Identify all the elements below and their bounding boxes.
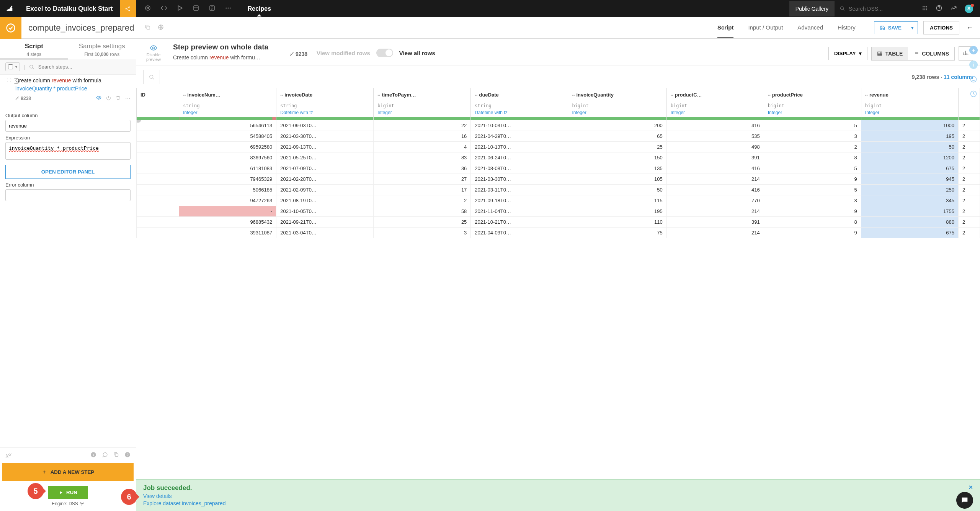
expression-textarea[interactable]: invoiceQuantity * productPrice bbox=[5, 142, 131, 160]
help-icon[interactable]: ? bbox=[124, 452, 131, 459]
global-search[interactable] bbox=[835, 6, 915, 12]
table-cell[interactable]: 54588405 bbox=[179, 131, 276, 142]
table-cell[interactable]: 3 bbox=[764, 195, 861, 206]
rail-info-icon[interactable]: i bbox=[969, 61, 978, 69]
activity-icon[interactable] bbox=[950, 5, 957, 13]
table-cell[interactable]: 214 bbox=[666, 228, 764, 238]
table-cell[interactable] bbox=[137, 228, 179, 238]
table-cell[interactable]: 2 bbox=[958, 163, 980, 174]
drag-handle-icon[interactable]: ⋮⋮ bbox=[5, 78, 11, 82]
table-cell[interactable] bbox=[137, 206, 179, 217]
table-cell[interactable]: 5 bbox=[764, 120, 861, 131]
chat-widget[interactable] bbox=[956, 492, 973, 509]
table-cell[interactable]: 2 bbox=[958, 142, 980, 152]
table-cell[interactable] bbox=[137, 163, 179, 174]
table-cell[interactable]: 50 bbox=[568, 185, 666, 195]
table-cell[interactable]: 3 bbox=[764, 131, 861, 142]
table-cell[interactable]: 5066185 bbox=[179, 185, 276, 195]
table-cell[interactable]: 135 bbox=[568, 163, 666, 174]
table-cell[interactable]: 25 bbox=[568, 142, 666, 152]
table-cell[interactable]: 69592580 bbox=[179, 142, 276, 152]
info-icon[interactable] bbox=[90, 452, 96, 459]
table-cell[interactable] bbox=[137, 152, 179, 163]
tab-history[interactable]: History bbox=[838, 18, 856, 38]
data-table-container[interactable]: ID▪▪invoiceNum…stringInteger▪▪invoiceDat… bbox=[136, 88, 980, 479]
tab-advanced[interactable]: Advanced bbox=[797, 18, 823, 38]
table-cell[interactable]: 2021-03-30T0… bbox=[471, 174, 568, 185]
disable-preview-button[interactable]: Disable preview bbox=[143, 43, 164, 62]
view-details-link[interactable]: View details bbox=[143, 492, 226, 499]
table-cell[interactable]: 2 bbox=[958, 217, 980, 228]
table-search-button[interactable] bbox=[143, 70, 160, 84]
column-header[interactable]: ▪▪productPricebigintInteger bbox=[764, 88, 861, 117]
table-cell[interactable]: 58 bbox=[374, 206, 471, 217]
table-cell[interactable]: 8 bbox=[764, 217, 861, 228]
share-button[interactable] bbox=[120, 0, 136, 17]
table-cell[interactable]: 250 bbox=[861, 185, 958, 195]
explore-dataset-link[interactable]: Explore dataset invoices_prepared bbox=[143, 499, 226, 506]
table-cell[interactable]: 770 bbox=[666, 195, 764, 206]
error-column-input[interactable] bbox=[5, 189, 131, 201]
column-header[interactable]: ▪▪revenuebigintInteger bbox=[861, 88, 958, 117]
table-cell[interactable]: 391 bbox=[666, 152, 764, 163]
table-cell[interactable]: 2 bbox=[958, 120, 980, 131]
table-cell[interactable]: 2 bbox=[764, 142, 861, 152]
wiki-icon[interactable] bbox=[209, 5, 216, 13]
column-header[interactable]: ID bbox=[137, 88, 179, 117]
column-header[interactable]: ▪▪invoiceQuantitybigintInteger bbox=[568, 88, 666, 117]
dataiku-logo[interactable] bbox=[0, 0, 19, 17]
table-cell[interactable]: 200 bbox=[568, 120, 666, 131]
columns-view-button[interactable]: COLUMNS bbox=[908, 47, 954, 60]
table-cell[interactable]: 9 bbox=[764, 228, 861, 238]
table-cell[interactable]: 2021-09-18T0… bbox=[471, 195, 568, 206]
table-cell[interactable]: 3 bbox=[374, 228, 471, 238]
table-cell[interactable] bbox=[137, 131, 179, 142]
tab-script[interactable]: Script bbox=[717, 18, 734, 38]
table-row[interactable]: 947272632021-08-19T0…22021-09-18T0…11577… bbox=[137, 195, 980, 206]
apps-icon[interactable] bbox=[922, 5, 928, 12]
table-cell[interactable]: 83697560 bbox=[179, 152, 276, 163]
table-row[interactable]: 695925802021-09-13T0…42021-10-13T0…25498… bbox=[137, 142, 980, 152]
table-cell[interactable] bbox=[137, 142, 179, 152]
select-all-checkbox[interactable] bbox=[8, 64, 13, 69]
table-cell[interactable]: 2021-10-05T0… bbox=[276, 206, 374, 217]
eye-icon[interactable] bbox=[96, 95, 101, 102]
table-cell[interactable]: 150 bbox=[568, 152, 666, 163]
table-cell[interactable]: 16 bbox=[374, 131, 471, 142]
table-cell[interactable]: 2021-10-21T0… bbox=[471, 217, 568, 228]
step-card[interactable]: ⋮⋮ Create column revenue with formula in… bbox=[0, 75, 136, 107]
table-cell[interactable]: 2021-09-13T0… bbox=[276, 142, 374, 152]
table-cell[interactable]: 2021-06-24T0… bbox=[471, 152, 568, 163]
more-icon[interactable]: ⋯ bbox=[125, 95, 131, 102]
save-dropdown[interactable]: ▾ bbox=[907, 21, 918, 34]
table-cell[interactable]: 675 bbox=[861, 163, 958, 174]
trash-icon[interactable] bbox=[116, 95, 121, 102]
table-cell[interactable]: 2021-03-11T0… bbox=[471, 185, 568, 195]
table-cell[interactable]: 8 bbox=[764, 152, 861, 163]
display-dropdown[interactable]: DISPLAY ▾ bbox=[828, 47, 867, 60]
table-cell[interactable]: 2021-05-25T0… bbox=[276, 152, 374, 163]
table-cell[interactable]: 416 bbox=[666, 163, 764, 174]
select-all-steps[interactable]: ▾ bbox=[5, 62, 20, 71]
table-cell[interactable] bbox=[137, 185, 179, 195]
recipes-breadcrumb[interactable]: Recipes bbox=[240, 5, 279, 12]
table-cell[interactable]: 195 bbox=[568, 206, 666, 217]
power-icon[interactable] bbox=[106, 95, 111, 102]
tab-input-output[interactable]: Input / Output bbox=[748, 18, 783, 38]
table-cell[interactable]: 2021-02-28T0… bbox=[276, 174, 374, 185]
code-icon[interactable] bbox=[160, 5, 167, 13]
table-cell[interactable]: 2 bbox=[958, 206, 980, 217]
more-icon[interactable] bbox=[225, 5, 232, 13]
copy-icon[interactable] bbox=[113, 452, 119, 459]
table-cell[interactable] bbox=[137, 195, 179, 206]
add-new-step-button[interactable]: ＋ ADD A NEW STEP bbox=[2, 463, 134, 481]
rail-discuss-icon[interactable] bbox=[969, 75, 978, 84]
engine-label[interactable]: Engine: DSS bbox=[52, 499, 84, 506]
table-cell[interactable]: 2 bbox=[958, 131, 980, 142]
table-cell[interactable]: 2021-09-21T0… bbox=[276, 217, 374, 228]
table-cell[interactable]: 945 bbox=[861, 174, 958, 185]
table-cell[interactable]: 2 bbox=[958, 174, 980, 185]
public-gallery-label[interactable]: Public Gallery bbox=[789, 1, 835, 16]
table-cell[interactable]: 9 bbox=[764, 174, 861, 185]
table-cell[interactable]: 110 bbox=[568, 217, 666, 228]
